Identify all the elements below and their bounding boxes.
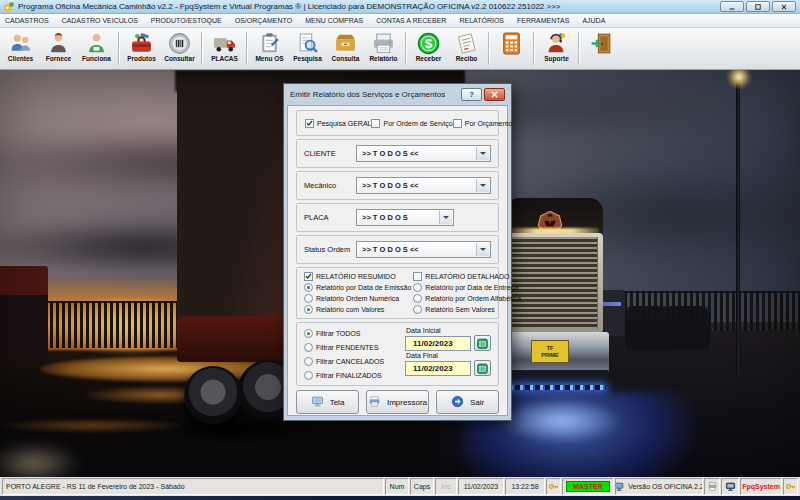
toolbar-button-label: PLACAS <box>211 55 238 62</box>
toolbar-button-fornece[interactable]: Fornece <box>40 29 77 68</box>
date-initial-label: Data Inicial <box>406 327 491 334</box>
toolbar-button-funciona[interactable]: Funciona <box>78 29 115 68</box>
sair-button[interactable]: Sair <box>436 390 499 414</box>
radio-relat-rio-por-data-de-emiss-o[interactable]: Relatório por Data de Emissão <box>304 283 411 292</box>
toolbar-button-consulta[interactable]: Consulta <box>327 29 364 68</box>
impressora-button[interactable]: Impressora <box>366 390 429 414</box>
key-icon <box>785 481 796 493</box>
group-status-ordem: Status Ordem>> T O D O S << <box>296 235 499 264</box>
close-button[interactable] <box>772 1 796 12</box>
report-type-group: RELATÓRIO RESUMIDORELATÓRIO DETALHADORel… <box>296 267 499 319</box>
radio-label: Relatório com Valores <box>316 306 384 313</box>
checkbox-box <box>413 272 422 281</box>
date-range: Data Inicial 11/02/2023 Data Final 11/02… <box>405 326 491 382</box>
button-label: Sair <box>470 398 484 407</box>
chevron-down-icon <box>476 147 489 160</box>
toolbar: ClientesForneceFuncionaProdutosConsultar… <box>0 28 800 70</box>
status-text: Versão OS OFICINA 2.2 <box>628 483 703 490</box>
toolbar-button-consultar[interactable]: Consultar <box>161 29 198 68</box>
status-text: 13:22:58 <box>511 483 538 490</box>
svg-text:$: $ <box>425 36 433 51</box>
radio-relat-rio-por-data-de-entrega[interactable]: Relatório por Data de Entrega <box>413 283 521 292</box>
menu-item-cadastro-veiculos[interactable]: CADASTRO VEICULOS <box>62 17 138 24</box>
help-button[interactable]: ? <box>461 88 482 101</box>
checkbox-por-or-amento[interactable]: Por Orçamento <box>453 119 512 128</box>
menu-item-produto-estoque[interactable]: PRODUTO/ESTOQUE <box>151 17 222 24</box>
toolbar-button-label: Consultar <box>164 55 194 62</box>
combo-placa[interactable]: >> T O D O S <box>356 209 454 226</box>
window-title: Programa Oficina Mecânica Caminhão v2.2 … <box>18 2 561 11</box>
employee-icon <box>84 31 109 56</box>
calendar-button[interactable] <box>474 335 491 351</box>
checkbox-por-ordem-de-servi-o[interactable]: Por Ordem de Serviço <box>371 119 452 128</box>
toolbar-button-pesquisa[interactable]: Pesquisa <box>289 29 326 68</box>
date-final-field[interactable]: 11/02/2023 <box>405 361 471 376</box>
menu-item-relat-rios[interactable]: RELATÓRIOS <box>459 17 504 24</box>
toolbar-button-relat-rio[interactable]: Relatório <box>365 29 402 68</box>
dialog-title-bar[interactable]: Emitir Relatório dos Serviços e Orçament… <box>287 84 508 105</box>
toolbar-button-clientes[interactable]: Clientes <box>2 29 39 68</box>
dialog-body: Pesquisa GERALPor Ordem de ServiçoPor Or… <box>287 105 508 416</box>
maximize-button[interactable] <box>746 1 770 12</box>
menu-item-os-or-amento[interactable]: OS/ORÇAMENTO <box>235 17 292 24</box>
combo-label: Mecânico <box>304 181 352 190</box>
truck-icon <box>212 31 237 56</box>
chevron-down-icon <box>439 211 452 224</box>
combo-cliente[interactable]: >> T O D O S << <box>356 145 491 162</box>
combo-mec-nico[interactable]: >> T O D O S << <box>356 177 491 194</box>
checkbox-label: Pesquisa GERAL <box>317 120 371 127</box>
menu-item-ajuda[interactable]: AJUDA <box>582 17 605 24</box>
search-type-group: Pesquisa GERALPor Ordem de ServiçoPor Or… <box>296 110 499 136</box>
status-text: FpqSystem <box>742 483 780 490</box>
radio-filtrar-pendentes[interactable]: Filtrar PENDENTES <box>304 343 405 352</box>
toolbar-button-receber[interactable]: $Receber <box>410 29 447 68</box>
checkbox-relat-rio-detalhado[interactable]: RELATÓRIO DETALHADO <box>413 272 521 281</box>
toolbar-button-label: Fornece <box>46 55 71 62</box>
menu-item-cadastros[interactable]: CADASTROS <box>5 17 49 24</box>
toolbar-button-label: Consulta <box>332 55 360 62</box>
tela-button[interactable]: Tela <box>296 390 359 414</box>
radio-relat-rio-ordem-num-rica[interactable]: Relatório Ordem Numérica <box>304 294 411 303</box>
radio-filtrar-cancelados[interactable]: Filtrar CANCELADOS <box>304 357 405 366</box>
status-13-22-58: 13:22:58 <box>505 478 545 495</box>
toolbar-button-menu-os[interactable]: Menu OS <box>251 29 288 68</box>
radio-relat-rio-sem-valores[interactable]: Relatório Sem Valores <box>413 305 521 314</box>
toolbar-button-produtos[interactable]: Produtos <box>123 29 160 68</box>
dialog-close-button[interactable] <box>484 88 505 101</box>
toolbar-button-suporte[interactable]: Suporte <box>538 29 575 68</box>
application-window: Programa Oficina Mecânica Caminhão v2.2 … <box>0 0 800 500</box>
combo-label: CLIENTE <box>304 149 352 158</box>
minimize-button[interactable] <box>720 1 744 12</box>
checkbox-pesquisa-geral[interactable]: Pesquisa GERAL <box>305 119 371 128</box>
menu-item-ferramentas[interactable]: FERRAMENTAS <box>517 17 569 24</box>
toolbar-button-calculator[interactable] <box>493 29 530 68</box>
status-num: Num <box>385 478 409 495</box>
radio-button <box>413 305 422 314</box>
checkbox-relat-rio-resumido[interactable]: RELATÓRIO RESUMIDO <box>304 272 411 281</box>
menu-item-menu-compras[interactable]: MENU COMPRAS <box>305 17 363 24</box>
combo-status-ordem[interactable]: >> T O D O S << <box>356 241 491 258</box>
toolbar-button-label: Recibo <box>456 55 478 62</box>
button-label: Impressora <box>387 398 427 407</box>
status-text: Num <box>390 483 405 490</box>
calendar-button[interactable] <box>474 360 491 376</box>
status-text: Caps <box>414 483 430 490</box>
radio-filtrar-todos[interactable]: Filtrar TODOS <box>304 329 405 338</box>
date-initial-field[interactable]: 11/02/2023 <box>405 336 471 351</box>
radio-relat-rio-com-valores[interactable]: Relatório com Valores <box>304 305 411 314</box>
radio-relat-rio-por-ordem-alfab-tica[interactable]: Relatório por Ordem Alfabética <box>413 294 521 303</box>
exit-door-icon <box>589 31 614 56</box>
toolbar-button-recibo[interactable]: Recibo <box>448 29 485 68</box>
toolbar-button-label: Pesquisa <box>293 55 322 62</box>
radio-filtrar-finalizados[interactable]: Filtrar FINALIZADOS <box>304 371 405 380</box>
toolbar-button-placas[interactable]: PLACAS <box>206 29 243 68</box>
toolbar-button-exit-door[interactable] <box>583 29 620 68</box>
supplier-icon <box>46 31 71 56</box>
svg-text:?: ? <box>469 90 474 99</box>
search-doc-icon <box>295 31 320 56</box>
toolbox-icon <box>129 31 154 56</box>
menu-item-contas-a-receber[interactable]: CONTAS A RECEBER <box>376 17 446 24</box>
toolbar-separator <box>488 32 490 65</box>
checkbox-box <box>453 119 462 128</box>
key-icon <box>548 481 559 493</box>
